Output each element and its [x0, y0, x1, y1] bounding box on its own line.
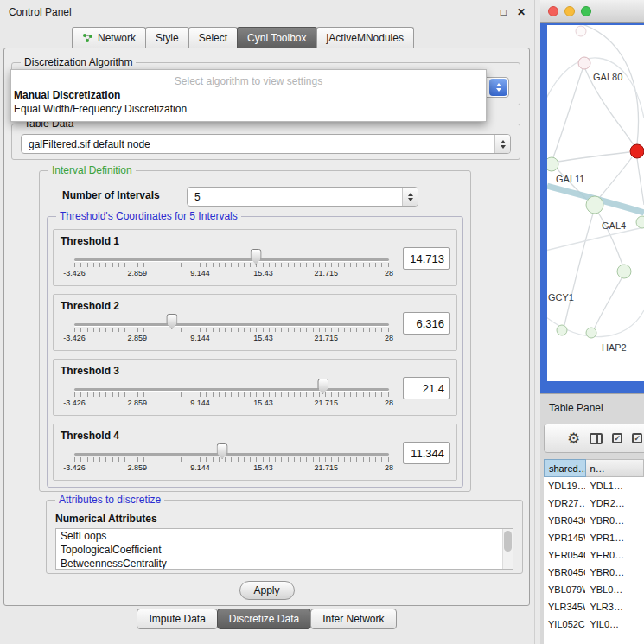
tab-label: Select: [199, 32, 227, 44]
threshold-slider[interactable]: -3.426 2.859 9.144 15.43 21.715 28: [74, 443, 389, 476]
slider-track[interactable]: [74, 453, 389, 456]
threshold-slider[interactable]: -3.426 2.859 9.144 15.43 21.715 28: [74, 249, 389, 282]
combo-stepper-icon[interactable]: [489, 79, 507, 96]
list-item[interactable]: SelfLoops: [56, 529, 513, 543]
tab-style[interactable]: Style: [145, 27, 189, 48]
table-data-group: Table Data galFiltered.sif default node: [11, 124, 520, 160]
scale-label: -3.426: [63, 463, 86, 472]
num-intervals-combo[interactable]: 5: [187, 187, 418, 207]
tab-select[interactable]: Select: [188, 27, 238, 48]
network-node[interactable]: [578, 57, 590, 69]
network-node[interactable]: [636, 216, 644, 228]
node-label: GAL11: [556, 174, 584, 184]
close-icon[interactable]: ✕: [517, 6, 526, 18]
threshold-value-field[interactable]: 21.4: [403, 377, 450, 399]
menu-item-equal-width-frequency[interactable]: Equal Width/Frequency Discretization: [11, 102, 486, 116]
network-node[interactable]: [617, 265, 631, 278]
table-row[interactable]: YER054CYER0…: [544, 546, 644, 564]
scale-label: 21.715: [314, 334, 338, 342]
tab-impute-data[interactable]: Impute Data: [137, 609, 217, 629]
combo-stepper-icon[interactable]: [402, 188, 418, 206]
table-row[interactable]: YBR043CYBR0…: [544, 512, 644, 529]
list-item[interactable]: BetweennessCentrality: [56, 557, 513, 570]
table-row[interactable]: YBL079WYBL0…: [544, 581, 644, 598]
network-node[interactable]: [586, 328, 596, 338]
network-window-titlebar: [540, 0, 644, 23]
table-row[interactable]: YPR145WYPR1…: [544, 529, 644, 546]
tab-label: Network: [98, 32, 136, 44]
threshold-label: Threshold 3: [61, 365, 119, 377]
network-node[interactable]: [557, 325, 567, 335]
float-window-icon[interactable]: □: [501, 6, 507, 18]
tab-infer-network[interactable]: Infer Network: [310, 609, 396, 629]
minimize-traffic-light-icon[interactable]: [564, 6, 575, 16]
scale-label: 28: [385, 463, 393, 472]
tab-cyni-toolbox[interactable]: Cyni Toolbox: [237, 27, 316, 48]
interval-definition-group: Interval Definition Number of Intervals …: [39, 170, 471, 492]
tab-discretize-data[interactable]: Discretize Data: [217, 609, 311, 629]
close-traffic-light-icon[interactable]: [548, 6, 558, 16]
select-all-checkbox-icon[interactable]: ✓: [612, 433, 622, 443]
cell: YBR0…: [585, 512, 644, 529]
scrollbar-thumb[interactable]: [504, 531, 512, 552]
scale-label: 9.144: [190, 463, 210, 472]
table-row[interactable]: YIL052CYIL0…: [544, 615, 644, 633]
cell: YLR3…: [585, 598, 644, 615]
columns-icon[interactable]: [590, 433, 603, 444]
network-node[interactable]: [586, 196, 603, 214]
column-header-name[interactable]: n…: [586, 459, 644, 477]
scale-label: 15.43: [253, 463, 273, 472]
network-node[interactable]: [630, 144, 644, 158]
node-table: shared… n… YDL19…YDL1… YDR27…YDR2… YBR04…: [544, 459, 644, 644]
network-node[interactable]: [576, 26, 586, 36]
table-row[interactable]: YDL19…YDL1…: [544, 477, 644, 494]
table-panel-title: Table Panel: [540, 393, 644, 421]
table-row[interactable]: YBR045CYBR0…: [544, 564, 644, 581]
scale-label: 28: [385, 334, 393, 342]
network-edge: [558, 152, 629, 162]
apply-button[interactable]: Apply: [239, 581, 294, 600]
menu-item-manual-discretization[interactable]: Manual Discretization: [11, 88, 486, 102]
column-header-shared-name[interactable]: shared…: [544, 459, 586, 477]
network-node[interactable]: [547, 157, 558, 171]
network-canvas[interactable]: GAL80GAL11GAL4GCY1HAP2: [547, 25, 644, 381]
zoom-traffic-light-icon[interactable]: [581, 6, 591, 16]
cell: YIL052C: [544, 615, 585, 633]
numerical-attributes-list[interactable]: SelfLoops TopologicalCoefficient Between…: [55, 528, 513, 570]
slider-track[interactable]: [74, 388, 389, 391]
scale-label: -3.426: [63, 399, 86, 407]
table-data-combo[interactable]: galFiltered.sif default node: [21, 134, 511, 154]
scale-label: 21.715: [314, 463, 338, 472]
slider-ticks: [74, 328, 389, 332]
cell: YIL0…: [585, 615, 644, 633]
threshold-value-field[interactable]: 11.344: [403, 442, 450, 464]
cell: YER0…: [585, 546, 644, 564]
tab-network[interactable]: Network: [72, 27, 146, 48]
scale-label: 15.43: [253, 269, 273, 277]
threshold-slider[interactable]: -3.426 2.859 9.144 15.43 21.715 28: [74, 314, 389, 347]
cell: YBL0…: [585, 581, 644, 598]
table-row[interactable]: YDR27…YDR2…: [544, 494, 644, 512]
list-scrollbar[interactable]: [502, 529, 513, 569]
panel-title: Control Panel: [9, 6, 490, 18]
tab-jactivemnodules[interactable]: jActiveMNodules: [316, 27, 414, 48]
threshold-label: Threshold 2: [61, 300, 119, 312]
select-none-checkbox-icon[interactable]: ✓: [632, 433, 642, 443]
slider-track[interactable]: [74, 258, 389, 261]
group-title: Threshold's Coordinates for 5 Intervals: [56, 210, 241, 222]
list-item[interactable]: TopologicalCoefficient: [56, 543, 513, 557]
threshold-value-field[interactable]: 6.316: [403, 312, 450, 335]
network-icon: [82, 33, 93, 43]
threshold-slider[interactable]: -3.426 2.859 9.144 15.43 21.715 28: [74, 379, 389, 411]
scale-label: 28: [385, 269, 393, 277]
control-panel: Control Panel □ ✕ Network Style Select C…: [0, 0, 535, 644]
slider-track[interactable]: [74, 323, 389, 326]
combo-stepper-icon[interactable]: [494, 135, 510, 153]
threshold-value-field[interactable]: 14.713: [403, 247, 450, 270]
table-row[interactable]: YLR345WYLR3…: [544, 598, 644, 615]
combo-value: galFiltered.sif default node: [22, 138, 494, 150]
gear-icon[interactable]: ⚙: [567, 431, 580, 446]
scale-label: 2.859: [128, 334, 148, 342]
scale-label: 21.715: [314, 399, 338, 407]
scale-label: 15.43: [253, 334, 273, 342]
